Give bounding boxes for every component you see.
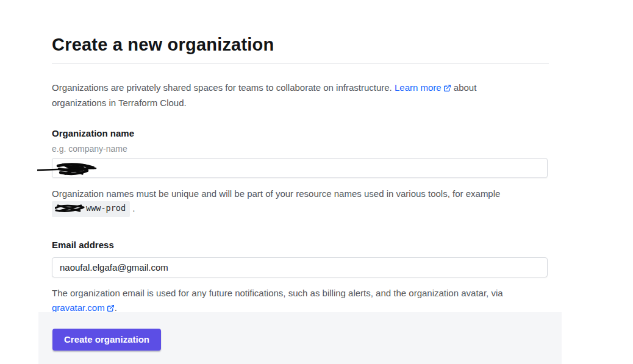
- resource-name-example-code: www-prod: [52, 201, 130, 217]
- learn-more-label: Learn more: [395, 82, 442, 93]
- email-address-label: Email address: [52, 240, 549, 250]
- organization-name-label: Organization name: [52, 128, 549, 138]
- form-footer: Create organization: [38, 312, 562, 364]
- example-code-text: www-prod: [86, 203, 126, 213]
- email-help-suffix: .: [115, 302, 117, 313]
- page-title: Create a new organization: [52, 35, 549, 55]
- title-divider: [52, 63, 549, 64]
- intro-text-before: Organizations are privately shared space…: [52, 82, 392, 93]
- learn-more-link[interactable]: Learn more: [395, 82, 451, 93]
- external-link-icon: [443, 82, 451, 96]
- email-address-input[interactable]: [52, 257, 548, 277]
- scribble-redaction-mark: [55, 202, 85, 215]
- organization-name-input[interactable]: [52, 158, 548, 178]
- gravatar-link[interactable]: gravatar.com: [52, 302, 115, 313]
- create-organization-form: Create a new organization Organizations …: [52, 0, 549, 326]
- organization-name-hint: e.g. company-name: [52, 144, 549, 154]
- org-help-text: Organization names must be unique and wi…: [52, 188, 500, 199]
- create-organization-button[interactable]: Create organization: [52, 329, 161, 351]
- intro-text: Organizations are privately shared space…: [52, 80, 529, 110]
- email-input-wrap: [52, 257, 548, 277]
- organization-name-input-wrap: [52, 158, 548, 178]
- organization-name-help: Organization names must be unique and wi…: [52, 187, 549, 217]
- email-help-text: The organization email is used for any f…: [52, 288, 503, 298]
- gravatar-link-label: gravatar.com: [52, 302, 105, 313]
- org-help-suffix: .: [132, 203, 135, 213]
